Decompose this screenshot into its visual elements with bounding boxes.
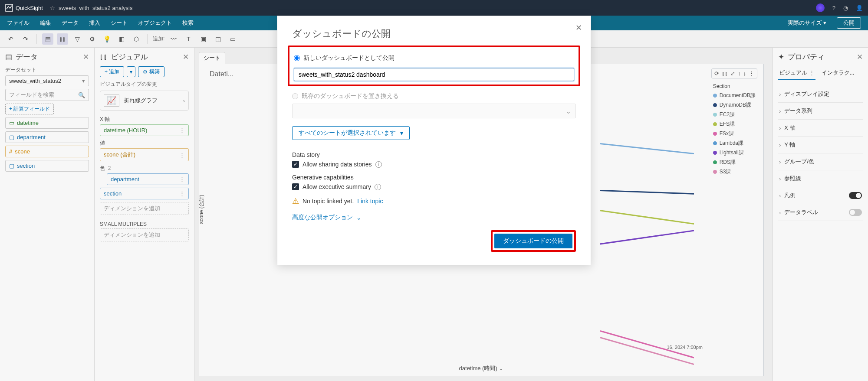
allow-data-stories-checkbox[interactable]: ✓ Allow sharing data stories i [292,161,576,168]
info-icon[interactable]: i [375,184,381,190]
chevron-down-icon: ▾ [400,130,403,137]
highlight-new-dashboard: 新しいダッシュボードとして公開 [288,46,580,86]
modal-title: ダッシュボードの公開 [292,27,576,40]
radio-new-dashboard[interactable]: 新しいダッシュボードとして公開 [294,54,574,62]
checkbox-icon: ✓ [292,161,299,168]
advanced-options-toggle[interactable]: 高度な公開オプション⌄ [292,214,576,221]
new-dashboard-name-input[interactable] [294,68,574,81]
sheet-selection-dropdown[interactable]: すべてのシートが選択されています▾ [292,126,410,140]
publish-dashboard-button[interactable]: ダッシュボードの公開 [494,234,572,248]
publish-dashboard-modal: ダッシュボードの公開 ✕ 新しいダッシュボードとして公開 既存のダッシュボードを… [277,16,591,265]
data-story-heading: Data story [292,151,576,158]
warning-icon: ⚠ [292,196,299,206]
highlight-publish-button: ダッシュボードの公開 [491,230,576,252]
no-topic-warning: ⚠ No topic linked yet. Link topic [292,196,576,206]
radio-replace-dashboard[interactable]: 既存のダッシュボードを置き換える [292,92,576,100]
link-topic-link[interactable]: Link topic [357,198,383,205]
radio-new-input[interactable] [294,55,300,61]
allow-exec-summary-checkbox[interactable]: ✓ Allow executive summary i [292,183,576,190]
radio-replace-input[interactable] [292,93,298,99]
info-icon[interactable]: i [375,161,382,168]
chevron-down-icon: ⌄ [566,107,571,115]
chevron-down-icon: ⌄ [356,214,362,221]
close-icon[interactable]: ✕ [575,23,582,33]
generative-heading: Generative capabilities [292,174,576,181]
checkbox-icon: ✓ [292,183,299,190]
replace-dashboard-select: ⌄ [292,104,576,118]
